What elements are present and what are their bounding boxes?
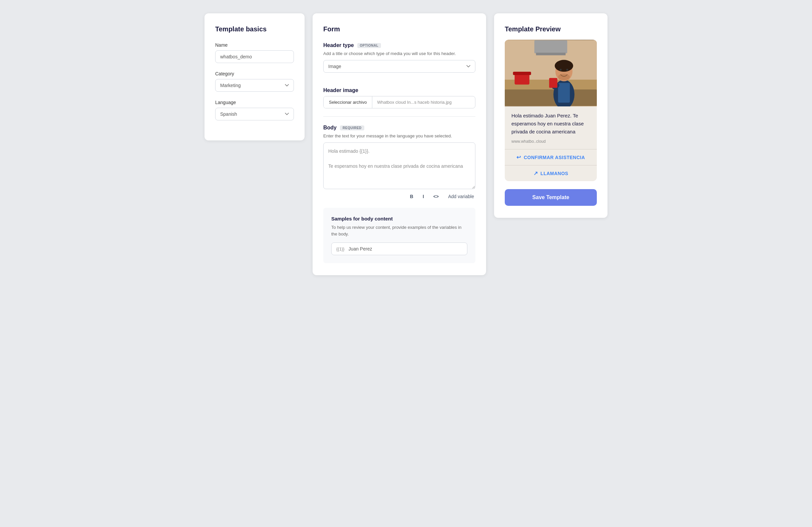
header-type-title-row: Header type OPTIONAL bbox=[323, 42, 475, 48]
preview-url: www.whatbo..cloud bbox=[511, 139, 590, 144]
body-section: Body REQUIRED Enter the text for your me… bbox=[323, 125, 475, 200]
variable-label: {{1}} bbox=[336, 247, 345, 251]
language-label: Language bbox=[215, 100, 294, 105]
italic-button[interactable]: I bbox=[421, 193, 425, 200]
name-label: Name bbox=[215, 42, 294, 48]
preview-image-area bbox=[505, 40, 597, 106]
preview-chef-illustration bbox=[505, 40, 597, 106]
bold-button[interactable]: B bbox=[409, 193, 415, 200]
file-name-display: Whatbox cloud In...s haceb historia.jpg bbox=[372, 97, 475, 108]
save-template-button[interactable]: Save Template bbox=[505, 189, 597, 206]
code-button[interactable]: <> bbox=[432, 193, 440, 200]
select-file-button[interactable]: Seleccionar archivo bbox=[323, 97, 372, 108]
category-select[interactable]: Marketing Utility Authentication bbox=[215, 79, 294, 92]
svg-rect-9 bbox=[558, 83, 570, 103]
svg-rect-16 bbox=[549, 78, 557, 88]
template-preview-panel: Template Preview bbox=[494, 13, 608, 218]
svg-point-14 bbox=[566, 69, 568, 71]
category-field-group: Category Marketing Utility Authenticatio… bbox=[215, 71, 294, 92]
form-panel: Form Header type OPTIONAL Add a title or… bbox=[313, 13, 486, 275]
header-type-select[interactable]: Image Text Video Document bbox=[323, 60, 475, 73]
header-image-section: Header image Seleccionar archivo Whatbox… bbox=[323, 87, 475, 108]
preview-title: Template Preview bbox=[505, 25, 597, 33]
divider bbox=[323, 116, 475, 117]
sample-value-input[interactable] bbox=[349, 246, 462, 251]
preview-actions: ↩ CONFIRMAR ASISTENCIA ↗ LLAMANOS bbox=[505, 149, 597, 181]
body-desc: Enter the text for your message in the l… bbox=[323, 133, 475, 138]
language-select[interactable]: Spanish English Portuguese French bbox=[215, 108, 294, 120]
svg-rect-2 bbox=[505, 89, 597, 106]
confirm-attendance-button[interactable]: ↩ CONFIRMAR ASISTENCIA bbox=[505, 149, 597, 165]
body-textarea[interactable]: Hola estimado {{1}}. Te esperamos hoy en… bbox=[323, 143, 475, 189]
template-basics-panel: Template basics Name Category Marketing … bbox=[204, 13, 305, 141]
samples-title: Samples for body content bbox=[331, 216, 467, 221]
header-type-desc: Add a title or choose which type of medi… bbox=[323, 51, 475, 56]
header-type-label: Header type bbox=[323, 42, 354, 48]
call-us-label: LLAMANOS bbox=[540, 171, 568, 176]
samples-desc: To help us review your content, provide … bbox=[331, 224, 467, 237]
category-label: Category bbox=[215, 71, 294, 76]
optional-badge: OPTIONAL bbox=[357, 43, 381, 48]
header-type-section: Header type OPTIONAL Add a title or choo… bbox=[323, 42, 475, 79]
preview-card: Hola estimado Juan Perez. Te esperamos h… bbox=[505, 40, 597, 181]
svg-rect-4 bbox=[534, 40, 567, 53]
svg-point-12 bbox=[558, 74, 570, 80]
sample-input-row: {{1}} bbox=[331, 243, 467, 255]
preview-body: Hola estimado Juan Perez. Te esperamos h… bbox=[505, 106, 597, 149]
svg-rect-5 bbox=[536, 53, 566, 55]
header-image-title-row: Header image bbox=[323, 87, 475, 93]
form-title: Form bbox=[323, 25, 475, 33]
file-input-row: Seleccionar archivo Whatbox cloud In...s… bbox=[323, 96, 475, 108]
svg-point-13 bbox=[560, 69, 562, 71]
body-title-row: Body REQUIRED bbox=[323, 125, 475, 131]
name-input[interactable] bbox=[215, 50, 294, 63]
header-image-label: Header image bbox=[323, 87, 358, 93]
name-field-group: Name bbox=[215, 42, 294, 63]
preview-message-text: Hola estimado Juan Perez. Te esperamos h… bbox=[511, 112, 590, 136]
samples-section: Samples for body content To help us revi… bbox=[323, 208, 475, 263]
required-badge: REQUIRED bbox=[340, 126, 364, 130]
external-link-icon: ↗ bbox=[534, 170, 538, 176]
call-us-button[interactable]: ↗ LLAMANOS bbox=[505, 165, 597, 181]
body-toolbar: B I <> Add variable bbox=[323, 193, 475, 200]
reply-icon: ↩ bbox=[517, 154, 521, 160]
svg-rect-7 bbox=[513, 72, 531, 75]
add-variable-button[interactable]: Add variable bbox=[447, 193, 475, 200]
svg-point-11 bbox=[555, 60, 573, 72]
body-label: Body bbox=[323, 125, 337, 131]
language-field-group: Language Spanish English Portuguese Fren… bbox=[215, 100, 294, 120]
template-basics-title: Template basics bbox=[215, 25, 294, 33]
confirm-attendance-label: CONFIRMAR ASISTENCIA bbox=[524, 155, 585, 160]
